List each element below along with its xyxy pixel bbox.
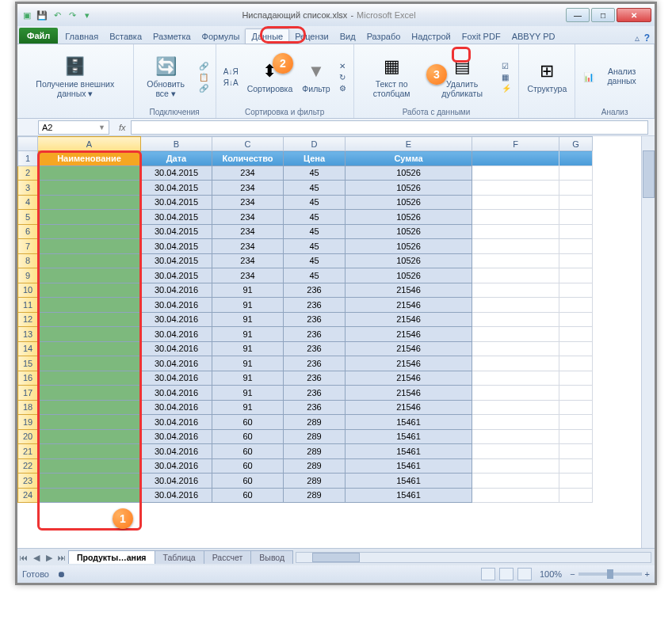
cell-D24[interactable]: 289 — [284, 488, 346, 503]
filter-button[interactable]: ▼ Фильтр — [299, 58, 333, 96]
sheet-nav-first[interactable]: ⏮ — [17, 553, 30, 562]
row-header-22[interactable]: 22 — [18, 458, 38, 474]
whatif-button[interactable]: ⚡ — [499, 83, 514, 93]
cell-E23[interactable]: 15461 — [346, 474, 472, 489]
cell-D14[interactable]: 236 — [284, 341, 346, 356]
data-analysis-button[interactable]: 📊 Анализ данных — [580, 66, 649, 87]
cell-C7[interactable]: 234 — [212, 239, 284, 254]
tab-layout[interactable]: Разметка — [147, 29, 197, 44]
cell-F3[interactable] — [472, 181, 559, 196]
cell-A2[interactable] — [38, 165, 141, 181]
cell-C14[interactable]: 91 — [212, 341, 284, 356]
refresh-all-button[interactable]: 🔄 Обновить все ▾ — [139, 53, 193, 100]
cell-G17[interactable] — [559, 386, 593, 401]
cell-C3[interactable]: 234 — [212, 181, 284, 196]
cell-G2[interactable] — [559, 165, 593, 181]
sheet-nav-next[interactable]: ▶ — [43, 553, 55, 562]
cell-D12[interactable]: 236 — [284, 312, 346, 327]
cell-B9[interactable]: 30.04.2015 — [141, 268, 212, 283]
col-header-B[interactable]: B — [141, 137, 212, 151]
cell-C12[interactable]: 91 — [212, 312, 284, 327]
cell-B13[interactable]: 30.04.2016 — [141, 327, 212, 342]
cell-A11[interactable] — [38, 298, 141, 313]
row-header-23[interactable]: 23 — [18, 474, 38, 489]
cell-D19[interactable]: 289 — [284, 415, 346, 430]
cell-F16[interactable] — [472, 371, 559, 386]
cell-D11[interactable]: 236 — [284, 298, 346, 313]
cell-G21[interactable] — [559, 444, 593, 459]
macro-record-icon[interactable]: ⏺ — [57, 569, 66, 579]
sheet-tab-2[interactable]: Таблица — [155, 550, 204, 564]
cell-A22[interactable] — [38, 458, 141, 474]
name-box-dropdown-icon[interactable]: ▼ — [98, 124, 105, 131]
sheet-tab-4[interactable]: Вывод — [250, 550, 293, 564]
cell-A7[interactable] — [38, 239, 141, 254]
cell-B1[interactable]: Дата — [141, 151, 212, 166]
col-header-G[interactable]: G — [559, 137, 593, 151]
cell-D13[interactable]: 236 — [284, 327, 346, 342]
cell-C9[interactable]: 234 — [212, 268, 284, 283]
zoom-level[interactable]: 100% — [540, 569, 562, 579]
redo-icon[interactable]: ↷ — [66, 9, 78, 21]
cell-G14[interactable] — [559, 341, 593, 356]
cell-B5[interactable]: 30.04.2015 — [141, 210, 212, 225]
cell-G24[interactable] — [559, 488, 593, 503]
cell-G9[interactable] — [559, 268, 593, 283]
cell-F15[interactable] — [472, 356, 559, 371]
cell-B16[interactable]: 30.04.2016 — [141, 371, 212, 386]
cell-E10[interactable]: 21546 — [346, 283, 472, 298]
cell-B24[interactable]: 30.04.2016 — [141, 488, 212, 503]
cell-F12[interactable] — [472, 312, 559, 327]
cell-D23[interactable]: 289 — [284, 474, 346, 489]
cell-A13[interactable] — [38, 327, 141, 342]
col-header-D[interactable]: D — [284, 137, 346, 151]
cell-D8[interactable]: 45 — [284, 253, 346, 268]
col-header-E[interactable]: E — [346, 137, 472, 151]
cell-A14[interactable] — [38, 341, 141, 356]
view-layout-button[interactable] — [499, 568, 514, 580]
cell-E5[interactable]: 10526 — [346, 210, 472, 225]
cell-F19[interactable] — [472, 415, 559, 430]
cell-E6[interactable]: 10526 — [346, 224, 472, 239]
cell-F21[interactable] — [472, 444, 559, 459]
cell-A17[interactable] — [38, 386, 141, 401]
cell-F9[interactable] — [472, 268, 559, 283]
tab-formulas[interactable]: Формулы — [197, 29, 246, 44]
cell-E20[interactable]: 15461 — [346, 429, 472, 444]
save-icon[interactable]: 💾 — [36, 9, 48, 21]
spreadsheet-grid[interactable]: A B C D E F G 1 Наименование Дата Количе… — [17, 136, 593, 503]
tab-abbyy[interactable]: ABBYY PD — [506, 29, 561, 44]
cell-D10[interactable]: 236 — [284, 283, 346, 298]
properties-button[interactable]: 📋 — [197, 72, 211, 82]
cell-B6[interactable]: 30.04.2015 — [141, 224, 212, 239]
cell-C17[interactable]: 91 — [212, 386, 284, 401]
cell-D16[interactable]: 236 — [284, 371, 346, 386]
fx-icon[interactable]: fx — [119, 123, 126, 132]
cell-D5[interactable]: 45 — [284, 210, 346, 225]
cell-E18[interactable]: 21546 — [346, 400, 472, 415]
cell-D17[interactable]: 236 — [284, 386, 346, 401]
tab-review[interactable]: Рецензи — [289, 29, 334, 44]
cell-F24[interactable] — [472, 488, 559, 503]
cell-B2[interactable]: 30.04.2015 — [141, 165, 212, 181]
cell-E4[interactable]: 10526 — [346, 195, 472, 210]
cell-B20[interactable]: 30.04.2016 — [141, 429, 212, 444]
cell-F2[interactable] — [472, 165, 559, 181]
row-header-12[interactable]: 12 — [18, 312, 38, 327]
cell-A19[interactable] — [38, 415, 141, 430]
cell-G20[interactable] — [559, 429, 593, 444]
cell-B23[interactable]: 30.04.2016 — [141, 474, 212, 489]
cell-F18[interactable] — [472, 400, 559, 415]
cell-A18[interactable] — [38, 400, 141, 415]
cell-G10[interactable] — [559, 283, 593, 298]
structure-button[interactable]: ⊞ Структура — [524, 58, 570, 96]
cell-B14[interactable]: 30.04.2016 — [141, 341, 212, 356]
cell-F13[interactable] — [472, 327, 559, 342]
cell-C2[interactable]: 234 — [212, 165, 284, 181]
cell-G3[interactable] — [559, 181, 593, 196]
row-header-20[interactable]: 20 — [18, 429, 38, 444]
vertical-scrollbar[interactable] — [641, 136, 655, 548]
cell-G18[interactable] — [559, 400, 593, 415]
text-to-columns-button[interactable]: ▦ Текст по столбцам — [359, 53, 425, 100]
horizontal-scrollbar[interactable] — [296, 552, 651, 563]
